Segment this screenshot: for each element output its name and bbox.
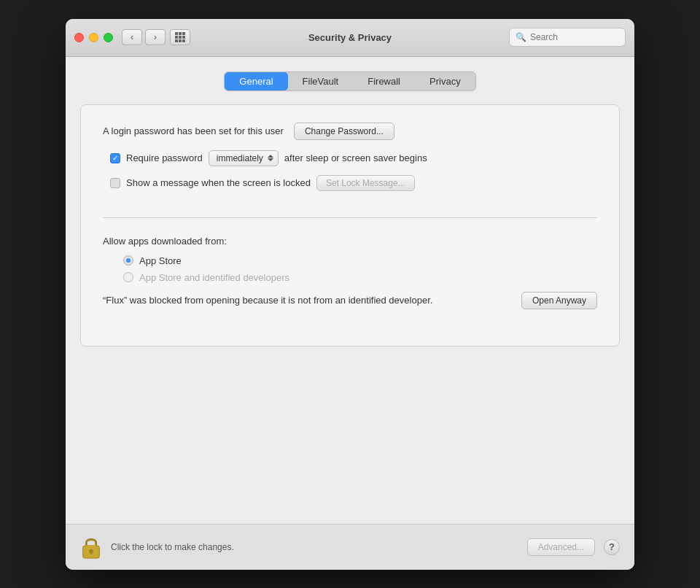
app-store-identified-label: App Store and identified developers [139, 272, 289, 283]
traffic-lights [74, 33, 113, 42]
back-button[interactable]: ‹ [122, 29, 142, 45]
minimize-button[interactable] [89, 33, 98, 42]
help-button[interactable]: ? [604, 539, 620, 555]
app-store-identified-radio[interactable] [123, 272, 133, 282]
app-store-label: App Store [139, 255, 182, 266]
app-store-radio-row: App Store [103, 255, 597, 266]
tab-filevault[interactable]: FileVault [288, 72, 354, 90]
nav-buttons: ‹ › [122, 29, 166, 45]
svg-rect-1 [85, 545, 96, 546]
grid-icon [175, 32, 185, 42]
radio-dot-icon [126, 258, 131, 263]
require-password-checkbox[interactable]: ✓ [110, 153, 120, 163]
require-password-row: ✓ Require password immediately after sle… [103, 150, 597, 166]
window-title: Security & Privacy [308, 32, 392, 43]
search-input[interactable] [530, 32, 619, 42]
app-store-identified-radio-row: App Store and identified developers [103, 272, 597, 283]
blocked-message: “Flux” was blocked from opening because … [103, 293, 510, 308]
footer: Click the lock to make changes. Advanced… [66, 524, 634, 570]
checkmark-icon: ✓ [112, 155, 118, 162]
tab-bar: General FileVault Firewall Privacy [80, 71, 620, 91]
close-button[interactable] [74, 33, 84, 42]
tab-group: General FileVault Firewall Privacy [224, 71, 475, 91]
login-label: A login password has been set for this u… [103, 125, 284, 136]
forward-button[interactable]: › [145, 29, 166, 45]
login-row: A login password has been set for this u… [103, 123, 597, 140]
allow-apps-label: Allow apps downloaded from: [103, 236, 597, 247]
settings-panel: A login password has been set for this u… [80, 104, 620, 347]
blocked-row: “Flux” was blocked from opening because … [103, 292, 597, 309]
immediately-dropdown[interactable]: immediately [209, 150, 279, 166]
password-section: A login password has been set for this u… [103, 123, 597, 218]
lock-text: Click the lock to make changes. [111, 542, 518, 552]
immediately-value: immediately [217, 153, 263, 163]
open-anyway-button[interactable]: Open Anyway [521, 292, 597, 309]
search-icon: 🔍 [516, 32, 526, 42]
tab-privacy[interactable]: Privacy [415, 72, 475, 90]
titlebar: ‹ › Security & Privacy 🔍 [66, 19, 634, 57]
content-area: General FileVault Firewall Privacy A log… [66, 57, 634, 524]
show-message-label: Show a message when the screen is locked [126, 177, 311, 188]
show-message-row: Show a message when the screen is locked… [103, 175, 597, 191]
search-box[interactable]: 🔍 [509, 28, 626, 47]
main-window: ‹ › Security & Privacy 🔍 General FileVau… [66, 19, 634, 570]
apps-section: Allow apps downloaded from: App Store Ap… [103, 236, 597, 324]
grid-button[interactable] [170, 29, 190, 45]
dropdown-arrows-icon [268, 155, 273, 161]
lock-icon [80, 535, 102, 560]
svg-rect-3 [90, 551, 93, 554]
change-password-button[interactable]: Change Password... [294, 123, 394, 140]
tab-firewall[interactable]: Firewall [353, 72, 415, 90]
tab-general[interactable]: General [225, 72, 287, 90]
after-sleep-label: after sleep or screen saver begins [284, 152, 427, 163]
maximize-button[interactable] [104, 33, 113, 42]
advanced-button[interactable]: Advanced... [527, 538, 595, 556]
set-lock-message-button[interactable]: Set Lock Message... [316, 175, 415, 191]
app-store-radio[interactable] [123, 255, 133, 266]
show-message-checkbox[interactable] [110, 178, 120, 188]
require-password-label: Require password [126, 152, 203, 163]
